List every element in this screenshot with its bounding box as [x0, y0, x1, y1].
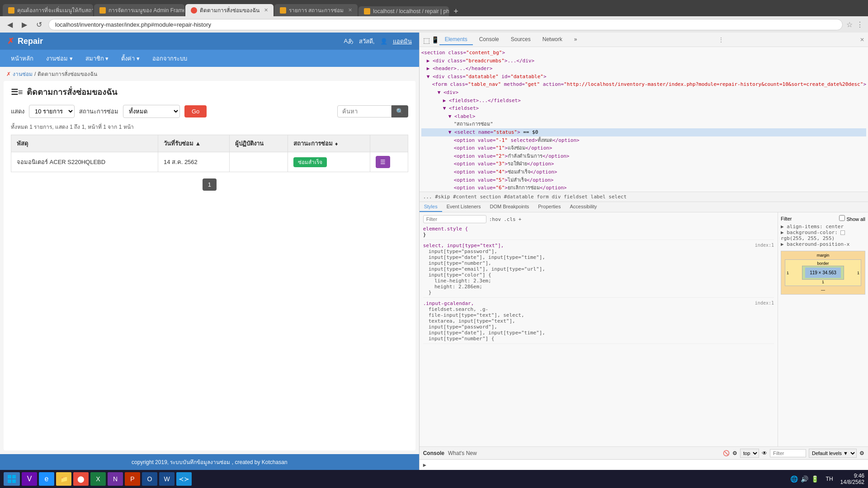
- cls-label[interactable]: .cls: [504, 216, 516, 222]
- hov-label[interactable]: :hov: [489, 216, 501, 222]
- taskbar-app-ie[interactable]: e: [39, 472, 54, 486]
- html-line-17[interactable]: <option value="6">ยกเลิกการซ่อม</option>: [421, 184, 866, 192]
- default-levels-select[interactable]: Default levels ▼: [809, 449, 857, 458]
- html-line-1[interactable]: ▶ <div class="breadcrumbs">...</div>: [421, 57, 866, 65]
- nav-member[interactable]: สมาชิก ▾: [79, 50, 115, 67]
- page-1-button[interactable]: 1: [203, 178, 217, 191]
- col-asset[interactable]: พัสดุ: [11, 135, 158, 152]
- tab-3[interactable]: ติดตามการสั่งซ่อมของฉัน ✕: [185, 4, 274, 16]
- taskbar-app-chrome[interactable]: ⬤: [73, 472, 89, 486]
- url-box[interactable]: localhost/inventory-master/index.php#mod…: [48, 19, 843, 30]
- html-line-0[interactable]: <section class="content_bg">: [421, 49, 866, 57]
- network-icon[interactable]: 🌐: [790, 475, 798, 483]
- html-line-6[interactable]: ▶ <fieldset>...</fieldset>: [421, 97, 866, 105]
- breadcrumb-home-icon[interactable]: ✗: [6, 71, 11, 77]
- devtools-close-icon[interactable]: ✕: [860, 37, 864, 43]
- html-line-2[interactable]: ▶ <header>...</header>: [421, 65, 866, 73]
- refresh-button[interactable]: ↺: [33, 19, 45, 30]
- new-tab-button[interactable]: +: [450, 7, 462, 16]
- clear-console-icon[interactable]: 🚫: [723, 450, 730, 456]
- taskbar-app-explorer[interactable]: 📁: [56, 472, 71, 486]
- taskbar-app-excel[interactable]: X: [90, 472, 106, 486]
- subtab-properties[interactable]: Properties: [533, 202, 565, 212]
- volume-icon[interactable]: 🔊: [801, 475, 808, 483]
- devtools-tab-network[interactable]: Network: [537, 34, 568, 45]
- top-level-select[interactable]: top: [740, 449, 759, 458]
- taskbar-app-vs[interactable]: V: [22, 472, 37, 486]
- battery-icon[interactable]: 🔋: [811, 475, 819, 483]
- subtab-styles[interactable]: Styles: [420, 202, 442, 212]
- html-line-14[interactable]: <option value="3">รอให้ฝ่าย</option>: [421, 160, 866, 168]
- devtools-settings-icon[interactable]: ⋮: [718, 37, 724, 43]
- html-line-10[interactable]: ▼ <select name="status"> == $0: [421, 128, 866, 136]
- back-button[interactable]: ◀: [5, 19, 15, 30]
- html-line-4[interactable]: <form class="table_nav" method="get" act…: [421, 80, 866, 89]
- whats-new-label[interactable]: What's New: [448, 450, 477, 456]
- inspect-icon[interactable]: ⬚: [423, 36, 430, 43]
- html-line-11[interactable]: <option value="-1" selected>ทั้งหมด</opt…: [421, 136, 866, 145]
- html-line-3[interactable]: ▼ <div class="datatable" id="datatable">: [421, 73, 866, 81]
- tab-4[interactable]: รายการ สถานะการซ่อม ✕: [274, 4, 358, 16]
- subtab-event-listeners[interactable]: Event Listeners: [442, 202, 486, 212]
- tab-2[interactable]: การจัดการเมนูของ Admin Framew... ✕: [94, 4, 184, 16]
- html-line-13[interactable]: <option value="2">กำลังดำเนินการ</option…: [421, 152, 866, 160]
- nav-logout[interactable]: ออกจากระบบ: [146, 50, 193, 67]
- col-operator[interactable]: ผู้ปฏิบัติงาน: [229, 135, 288, 152]
- admin-link[interactable]: แอดมิน: [393, 37, 412, 46]
- devtools-tab-sources[interactable]: Sources: [505, 34, 536, 45]
- html-line-12[interactable]: <option value="1">แจ้งซ่อม</option>: [421, 144, 866, 152]
- console-gear-icon[interactable]: ⚙: [859, 450, 864, 456]
- tab-close-3[interactable]: ✕: [264, 7, 268, 13]
- show-all-label[interactable]: Show all: [839, 215, 865, 222]
- status-filter-select[interactable]: ทั้งหมด แจ้งซ่อม กำลังดำเนินการ รอให้ฝ่า…: [123, 105, 180, 118]
- taskbar-app-onenote[interactable]: N: [108, 472, 123, 486]
- tab-5[interactable]: localhost / localhost / repair | ph... ✕: [359, 6, 449, 16]
- devtools-html-content[interactable]: <section class="content_bg"> ▶ <div clas…: [420, 47, 868, 192]
- taskbar-app-vscode[interactable]: ≺≻: [176, 472, 192, 486]
- eye-icon[interactable]: 👁: [762, 450, 767, 456]
- devtools-tab-more[interactable]: »: [569, 34, 583, 45]
- subtab-dom-breakpoints[interactable]: DOM Breakpoints: [485, 202, 533, 212]
- html-line-5[interactable]: ▼ <div>: [421, 89, 866, 97]
- lang-label[interactable]: TH: [826, 476, 833, 482]
- breadcrumb-parent[interactable]: งานซ่อม: [13, 70, 33, 78]
- console-filter-input[interactable]: [770, 449, 806, 457]
- col-date[interactable]: วันที่รับซ่อม ▲: [158, 135, 229, 152]
- bookmark-button[interactable]: ☆: [846, 20, 853, 29]
- cell-action[interactable]: ☰: [370, 152, 408, 172]
- console-settings-icon[interactable]: ⚙: [732, 450, 737, 456]
- style-file-3[interactable]: index:1: [755, 300, 774, 306]
- console-input[interactable]: [429, 462, 864, 468]
- tab-1[interactable]: คุณต้องการที่จะเพิ่มเมนูให้กับสถานะ... ✕: [3, 4, 93, 16]
- html-line-15[interactable]: <option value="4">ซ่อมสำเร็จ</option>: [421, 168, 866, 176]
- add-style-icon[interactable]: +: [519, 216, 522, 222]
- console-label[interactable]: Console: [423, 450, 444, 456]
- go-button[interactable]: Go: [184, 105, 207, 117]
- devtools-breadcrumb-tags[interactable]: ... #skip #content section #datatable fo…: [420, 192, 868, 202]
- devtools-tab-elements[interactable]: Elements: [439, 34, 473, 45]
- show-count-select[interactable]: 10 รายการ 25 รายการ 50 รายการ ทั้งหมด: [29, 105, 75, 118]
- nav-home[interactable]: หน้าหลัก: [5, 50, 40, 67]
- search-button[interactable]: 🔍: [392, 105, 408, 117]
- detail-button[interactable]: ☰: [376, 156, 390, 168]
- menu-button[interactable]: ⋮: [856, 20, 863, 29]
- taskbar-app-outlook[interactable]: O: [142, 472, 157, 486]
- nav-settings[interactable]: ตั้งค่า ▾: [115, 50, 146, 67]
- tab-close-4[interactable]: ✕: [348, 7, 352, 13]
- styles-filter-input[interactable]: [423, 215, 486, 223]
- search-input[interactable]: [337, 105, 392, 117]
- html-line-8[interactable]: ▼ <label>: [421, 113, 866, 121]
- devtools-tab-console[interactable]: Console: [474, 34, 505, 45]
- col-status[interactable]: สถานะการซ่อม ⬧: [288, 135, 370, 152]
- html-line-9[interactable]: "สถานะการซ่อม": [421, 120, 866, 128]
- taskbar-app-ppt[interactable]: P: [125, 472, 140, 486]
- style-file-2[interactable]: index:1: [755, 243, 774, 249]
- lang-icon[interactable]: Aあ: [344, 37, 354, 45]
- html-line-7[interactable]: ▼ <fieldset>: [421, 104, 866, 113]
- subtab-accessibility[interactable]: Accessibility: [565, 202, 601, 212]
- start-button[interactable]: [4, 472, 20, 486]
- show-all-checkbox[interactable]: [839, 215, 845, 221]
- taskbar-app-word[interactable]: W: [159, 472, 175, 486]
- forward-button[interactable]: ▶: [19, 19, 30, 30]
- nav-repair[interactable]: งานซ่อม ▾: [40, 50, 79, 67]
